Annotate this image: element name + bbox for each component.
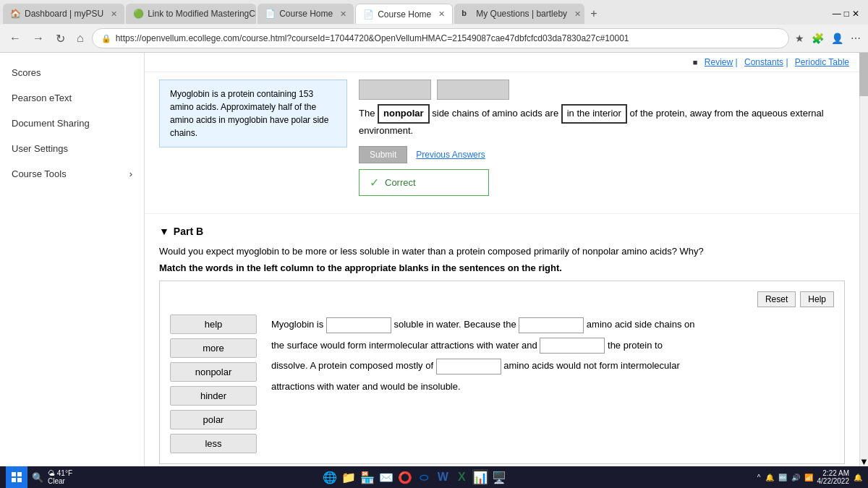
blank-1[interactable]	[326, 317, 391, 333]
browser-actions: ★ 🧩 👤 ⋯	[793, 31, 862, 46]
sidebar-item-document-sharing[interactable]: Document Sharing	[0, 111, 144, 136]
submit-row-top: Submit Previous Answers	[359, 146, 845, 163]
drag-drop-top-bar: Reset Help	[170, 291, 834, 307]
info-box: Myoglobin is a protein containing 153 am…	[159, 80, 347, 147]
tab-favicon-mastering: 🟢	[133, 9, 143, 19]
word-chip-nonpolar[interactable]: nonpolar	[170, 362, 257, 382]
reload-button[interactable]: ↻	[52, 30, 69, 47]
part-a-filled-blanks: The nonpolar side chains of amino acids …	[359, 80, 845, 139]
part-a-blank-2: in the interior	[561, 104, 627, 124]
maximize-button[interactable]: □	[844, 9, 849, 19]
sentence-row-4: attractions with water and would be inso…	[271, 377, 834, 398]
new-tab-button[interactable]: +	[586, 7, 601, 20]
tab-label-course-home-1: Course Home	[279, 9, 333, 19]
tab-favicon-bartleby: b	[461, 9, 472, 19]
start-button[interactable]	[6, 466, 27, 467]
tab-mastering[interactable]: 🟢 Link to Modified MasteringChem ✕	[126, 4, 256, 24]
menu-button[interactable]: ⋯	[849, 31, 862, 46]
forward-button[interactable]: →	[29, 30, 48, 46]
part-a-header-row: Myoglobin is a protein containing 153 am…	[159, 80, 845, 202]
extensions-button[interactable]: 🧩	[810, 31, 825, 46]
tab-favicon-course-home-2: 📄	[363, 9, 373, 20]
periodic-table-link[interactable]: Periodic Table	[795, 57, 849, 67]
part-a-submit-button[interactable]: Submit	[359, 146, 407, 163]
tab-close-bartleby[interactable]: ✕	[574, 9, 581, 19]
chevron-down-icon: ▼	[159, 226, 169, 237]
sidebar-item-etext[interactable]: Pearson eText	[0, 85, 144, 111]
sentence-row-2: the surface would form intermolecular at…	[271, 335, 834, 356]
tab-course-home-2[interactable]: 📄 Course Home ✕	[355, 4, 453, 24]
sidebar-item-user-settings[interactable]: User Settings	[0, 136, 144, 161]
sentence-row-3: dissolve. A protein composed mostly of a…	[271, 356, 834, 377]
sentence-2-prefix: the surface would form intermolecular at…	[271, 340, 540, 351]
word-chip-hinder[interactable]: hinder	[170, 386, 257, 406]
correct-label: Correct	[385, 177, 416, 188]
tab-favicon-dashboard: 🏠	[10, 9, 20, 19]
sentence-3-prefix: dissolve. A protein composed mostly of	[271, 360, 436, 371]
scrollbar-thumb[interactable]	[859, 53, 868, 96]
previous-answers-link[interactable]: Previous Answers	[416, 150, 485, 160]
app-container: Scores Pearson eText Document Sharing Us…	[0, 53, 868, 467]
part-a-slot-2	[437, 80, 509, 100]
separator-2: |	[786, 57, 790, 67]
tab-close-course-home-1[interactable]: ✕	[340, 9, 346, 19]
part-b-instruction: Match the words in the left column to th…	[159, 262, 845, 273]
sentence-1-prefix: Myoglobin is	[271, 319, 326, 330]
tab-label-dashboard: Dashboard | myPSU	[25, 9, 103, 19]
sentence-4: attractions with water and would be inso…	[271, 381, 461, 392]
review-link[interactable]: Review	[705, 57, 733, 67]
scroll-down-arrow[interactable]: ▼	[859, 456, 868, 467]
word-bank: help more nonpolar hinder polar less	[170, 314, 257, 453]
sidebar-label-scores: Scores	[12, 67, 41, 78]
top-links-bar: ■ Review | Constants | Periodic Table	[145, 53, 859, 72]
scrollbar[interactable]: ▼	[859, 53, 868, 467]
lock-icon: 🔒	[101, 34, 111, 43]
word-chip-polar[interactable]: polar	[170, 410, 257, 429]
tab-close-course-home-2[interactable]: ✕	[438, 9, 445, 19]
part-a-answer-area: The nonpolar side chains of amino acids …	[359, 80, 845, 202]
word-chip-help[interactable]: help	[170, 314, 257, 334]
sidebar-item-scores[interactable]: Scores	[0, 60, 144, 85]
taskbar: 🔍 🌤 41°F Clear 🌐 📁 🏪 ✉️ ⭕ ⬭ W X 📊 🖥️ ^ 🔔…	[0, 466, 868, 467]
tab-dashboard[interactable]: 🏠 Dashboard | myPSU ✕	[3, 4, 124, 24]
tab-bartleby[interactable]: b My Questions | bartleby ✕	[454, 4, 584, 24]
part-b-section: ▼ Part B Would you expect myoglobin to b…	[145, 218, 859, 467]
part-b-header[interactable]: ▼ Part B	[159, 226, 845, 237]
blank-4[interactable]	[436, 359, 501, 374]
black-square-icon: ■	[693, 58, 698, 67]
constants-link[interactable]: Constants	[744, 57, 783, 67]
blank-3[interactable]	[540, 338, 605, 354]
url-bar[interactable]: 🔒	[92, 28, 789, 48]
bookmark-star-button[interactable]: ★	[793, 31, 806, 46]
back-button[interactable]: ←	[6, 30, 25, 46]
content-area: ■ Review | Constants | Periodic Table My…	[145, 53, 859, 467]
sentences-area: Myoglobin is soluble in water. Because t…	[271, 314, 834, 453]
info-box-text: Myoglobin is a protein containing 153 am…	[170, 89, 328, 138]
tab-close-dashboard[interactable]: ✕	[111, 9, 117, 19]
sentence-the: The	[359, 108, 378, 119]
sidebar-label-course-tools: Course Tools	[12, 168, 67, 179]
blank-2[interactable]	[519, 317, 584, 333]
part-a-blank-1: nonpolar	[378, 104, 430, 124]
tab-course-home-1[interactable]: 📄 Course Home ✕	[258, 4, 354, 24]
sentence-3-end: amino acids would not form intermolecula…	[503, 360, 680, 371]
profile-button[interactable]: 👤	[830, 31, 845, 46]
sidebar-label-etext: Pearson eText	[12, 93, 72, 103]
url-input[interactable]	[116, 33, 780, 43]
word-chip-less[interactable]: less	[170, 434, 257, 453]
sentence-1-middle: soluble in water. Because the	[394, 319, 519, 330]
tab-label-mastering: Link to Modified MasteringChem	[148, 9, 256, 19]
part-a-sentence: The nonpolar side chains of amino acids …	[359, 104, 845, 139]
close-button[interactable]: ✕	[852, 9, 859, 19]
home-button[interactable]: ⌂	[73, 30, 88, 46]
browser-chrome: 🏠 Dashboard | myPSU ✕ 🟢 Link to Modified…	[0, 0, 868, 53]
sidebar-item-course-tools[interactable]: Course Tools ›	[0, 161, 144, 187]
part-b-title: Part B	[174, 226, 203, 237]
minimize-button[interactable]: —	[833, 9, 841, 19]
sentence-1-end: amino acid side chains on	[587, 319, 695, 330]
tab-label-bartleby: My Questions | bartleby	[476, 9, 567, 19]
help-button[interactable]: Help	[800, 291, 834, 307]
tab-label-course-home-2: Course Home	[378, 9, 431, 20]
reset-button[interactable]: Reset	[757, 291, 796, 307]
word-chip-more[interactable]: more	[170, 338, 257, 358]
